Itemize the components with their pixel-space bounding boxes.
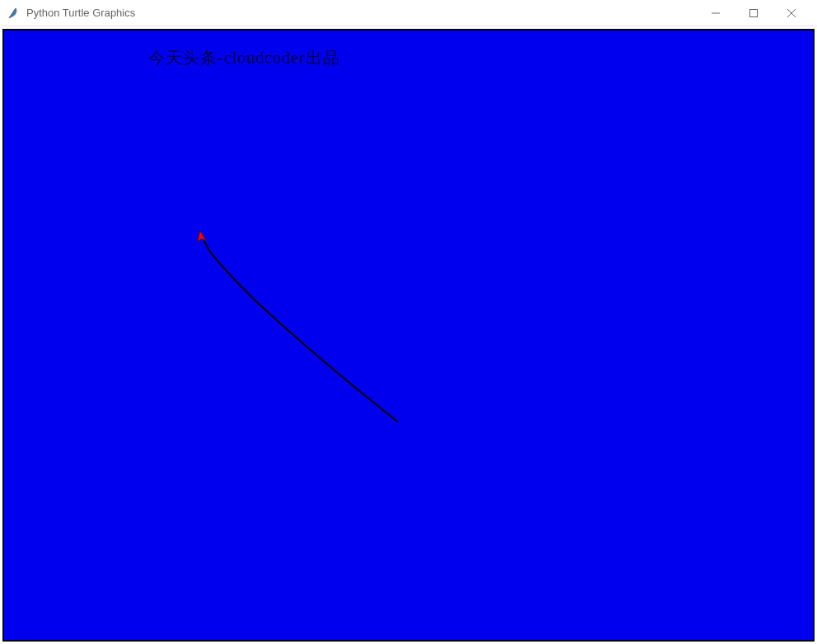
svg-rect-2 <box>750 9 758 16</box>
window-title: Python Turtle Graphics <box>26 7 697 19</box>
app-feather-icon <box>7 7 20 20</box>
maximize-button[interactable] <box>735 0 773 26</box>
titlebar: Python Turtle Graphics <box>0 0 817 26</box>
close-button[interactable] <box>773 0 810 26</box>
turtle-cursor-icon <box>196 231 206 241</box>
window-controls <box>697 0 810 26</box>
canvas-container: 今天头条-cloudcoder出品 <box>0 26 817 644</box>
svg-marker-5 <box>196 231 206 241</box>
turtle-canvas: 今天头条-cloudcoder出品 <box>2 29 815 642</box>
turtle-path-svg <box>4 30 813 640</box>
minimize-button[interactable] <box>697 0 735 26</box>
drawn-path <box>203 238 398 422</box>
